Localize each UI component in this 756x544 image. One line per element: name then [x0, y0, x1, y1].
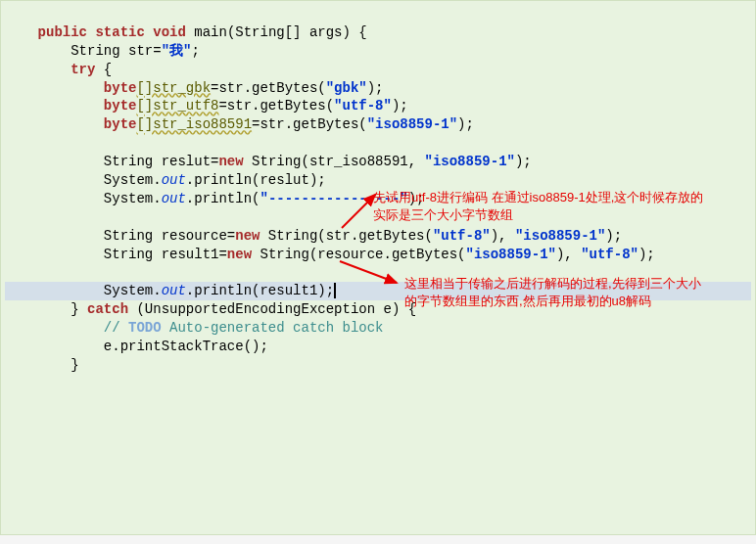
- code-line: String str="我";: [5, 43, 200, 59]
- code-line: byte[]str_iso88591=str.getBytes("iso8859…: [5, 116, 474, 132]
- code-line: System.out.println(reslut);: [5, 172, 326, 188]
- annotation-text-2: 这里相当于传输之后进行解码的过程,先得到三个大小的字节数组里的东西,然后再用最初…: [404, 275, 708, 309]
- code-line: try {: [5, 62, 112, 77]
- annotation-text-1: 先试用utf-8进行编码 在通过iso8859-1处理,这个时候存放的实际是三个…: [373, 189, 706, 223]
- code-line: System.out.println("----------------");: [5, 191, 425, 206]
- code-line: String result1=new String(resource.getBy…: [5, 247, 655, 262]
- code-line: } catch (UnsupportedEncodingException e)…: [5, 301, 416, 317]
- code-line: // TODO Auto-generated catch block: [5, 320, 384, 336]
- code-line: String resource=new String(str.getBytes(…: [5, 228, 622, 244]
- code-line: String reslut=new String(str_iso88591, "…: [5, 154, 532, 169]
- code-block: public static void main(String[] args) {…: [0, 0, 756, 535]
- code-line: e.printStackTrace();: [5, 339, 268, 354]
- svg-line-1: [340, 261, 397, 283]
- text-cursor: [334, 283, 336, 298]
- code-line: }: [5, 357, 79, 373]
- code-line: public static void main(String[] args) {: [5, 24, 367, 40]
- section-gap: [0, 535, 756, 544]
- code-line: byte[]str_utf8=str.getBytes("utf-8");: [5, 98, 408, 113]
- code-line: byte[]str_gbk=str.getBytes("gbk");: [5, 80, 384, 96]
